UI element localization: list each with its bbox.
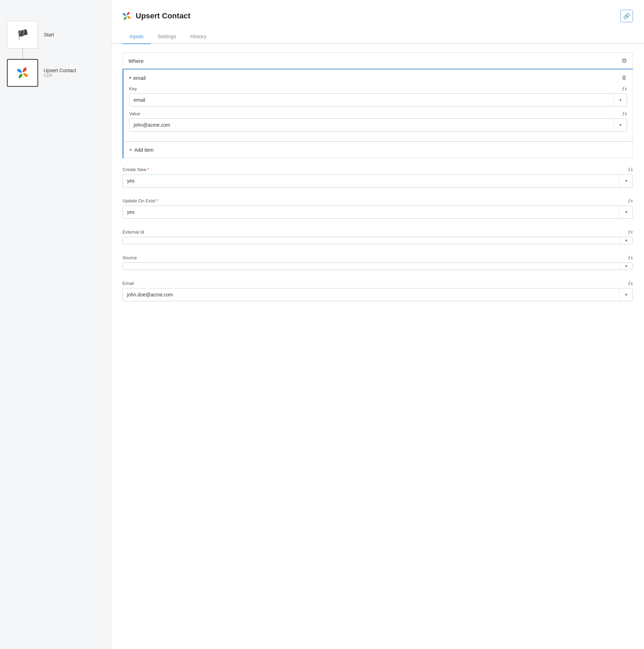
panel-content: Where ⚙ ▾ email 🗑 Key ƒx [111, 44, 644, 649]
value-fx-button[interactable]: ƒx [622, 111, 627, 117]
panel-title-text: Upsert Contact [136, 11, 190, 20]
link-icon: 🔗 [623, 13, 630, 19]
external-id-field: External Id ƒx ▾ [122, 229, 633, 244]
node-upsert-box [7, 59, 38, 87]
key-input[interactable] [129, 94, 613, 106]
chevron-down-icon: ▾ [625, 210, 627, 214]
email-value: john.doe@acme.com [123, 288, 619, 301]
key-fx-button[interactable]: ƒx [622, 86, 627, 92]
node-upsert-label: Upsert Contact CDP [44, 68, 76, 78]
update-required: * [156, 198, 158, 203]
gear-icon: ⚙ [621, 57, 627, 64]
email-select: john.doe@acme.com ▾ [122, 288, 633, 301]
create-new-value: yes [123, 175, 619, 187]
chevron-down-icon: ▾ [619, 123, 621, 127]
create-new-fx-button[interactable]: ƒx [628, 167, 633, 172]
trash-icon: 🗑 [621, 75, 627, 81]
create-new-label-row: Create New* ƒx [122, 167, 633, 172]
chevron-down-icon: ▾ [625, 292, 627, 297]
delete-email-button[interactable]: 🗑 [621, 75, 627, 81]
key-label-row: Key ƒx [129, 86, 627, 92]
chevron-down-icon: ▾ [619, 98, 621, 102]
tab-settings[interactable]: Settings [151, 31, 183, 44]
value-field-row: Value ƒx ▾ [129, 111, 627, 132]
node-start-label: Start [44, 32, 54, 37]
email-section-header: ▾ email 🗑 [129, 75, 627, 81]
email-field: Email ƒx john.doe@acme.com ▾ [122, 280, 633, 301]
node-start-box: 🏴 [7, 21, 38, 49]
add-item-row[interactable]: + Add item [122, 142, 633, 158]
main-panel: Upsert Contact 🔗 Inputs Settings History… [111, 0, 644, 649]
external-id-label: External Id [122, 229, 144, 235]
external-id-dropdown-button[interactable]: ▾ [619, 237, 633, 244]
chevron-down-icon: ▾ [625, 238, 627, 243]
header-link-button[interactable]: 🔗 [620, 10, 633, 22]
form-section: Create New* ƒx yes ▾ Update On Exist* [122, 167, 633, 305]
key-field-row: Key ƒx ▾ [129, 86, 627, 107]
node-upsert-title: Upsert Contact [44, 68, 76, 73]
source-value [123, 263, 619, 270]
add-item-plus-icon: + [129, 147, 132, 153]
update-on-exist-label-row: Update On Exist* ƒx [122, 198, 633, 204]
value-label-row: Value ƒx [129, 111, 627, 117]
pinwheel-icon [15, 65, 30, 81]
gear-button[interactable]: ⚙ [621, 57, 627, 65]
node-upsert[interactable]: Upsert Contact CDP [7, 59, 104, 87]
update-on-exist-select: yes ▾ [122, 205, 633, 219]
value-input[interactable] [129, 119, 613, 131]
chevron-down-icon: ▾ [625, 264, 627, 269]
update-on-exist-fx-button[interactable]: ƒx [628, 198, 633, 204]
source-select: ▾ [122, 262, 633, 270]
sidebar: 🏴 Start Upsert Contact CDP [0, 0, 111, 649]
external-id-fx-button[interactable]: ƒx [628, 229, 633, 235]
tab-inputs[interactable]: Inputs [122, 31, 151, 44]
external-id-label-row: External Id ƒx [122, 229, 633, 235]
value-label: Value [129, 111, 140, 116]
svg-point-3 [126, 15, 128, 17]
node-start-title: Start [44, 32, 54, 37]
node-upsert-sublabel: CDP [44, 73, 76, 78]
source-label: Source [122, 255, 137, 260]
source-fx-button[interactable]: ƒx [628, 255, 633, 261]
panel-title-icon [121, 10, 132, 22]
external-id-select: ▾ [122, 237, 633, 244]
connector-line [22, 49, 23, 59]
create-new-required: * [147, 167, 149, 172]
update-on-exist-value: yes [123, 206, 619, 218]
update-on-exist-field: Update On Exist* ƒx yes ▾ [122, 198, 633, 219]
create-new-dropdown-button[interactable]: ▾ [619, 175, 633, 187]
panel-header: Upsert Contact 🔗 [111, 0, 644, 22]
value-input-container: ▾ [129, 118, 627, 132]
update-on-exist-dropdown-button[interactable]: ▾ [619, 206, 633, 218]
tabs-bar: Inputs Settings History [111, 25, 644, 44]
key-input-container: ▾ [129, 93, 627, 107]
source-field: Source ƒx ▾ [122, 255, 633, 270]
flag-icon: 🏴 [17, 29, 29, 41]
email-title-text: email [133, 75, 146, 81]
where-label: Where [128, 58, 144, 64]
source-dropdown-button[interactable]: ▾ [619, 263, 633, 270]
external-id-value [123, 237, 619, 244]
where-header: Where ⚙ [122, 52, 633, 69]
key-label: Key [129, 86, 137, 91]
create-new-field: Create New* ƒx yes ▾ [122, 167, 633, 187]
email-section-title: ▾ email [129, 75, 146, 81]
email-dropdown-button[interactable]: ▾ [619, 288, 633, 301]
value-dropdown-button[interactable]: ▾ [613, 119, 627, 131]
tab-history[interactable]: History [183, 31, 213, 44]
email-fx-button[interactable]: ƒx [628, 280, 633, 286]
email-section: ▾ email 🗑 Key ƒx ▾ [122, 69, 633, 142]
source-label-row: Source ƒx [122, 255, 633, 261]
panel-title: Upsert Contact [121, 10, 190, 22]
email-label: Email [122, 281, 134, 286]
node-start[interactable]: 🏴 Start [7, 21, 104, 49]
chevron-down-icon: ▾ [625, 178, 627, 183]
create-new-label: Create New* [122, 167, 149, 172]
update-on-exist-label: Update On Exist* [122, 198, 158, 203]
svg-point-1 [22, 72, 24, 74]
chevron-down-icon[interactable]: ▾ [129, 75, 131, 80]
key-dropdown-button[interactable]: ▾ [613, 94, 627, 106]
email-label-row: Email ƒx [122, 280, 633, 286]
add-item-label: Add item [134, 147, 153, 153]
create-new-select: yes ▾ [122, 174, 633, 187]
